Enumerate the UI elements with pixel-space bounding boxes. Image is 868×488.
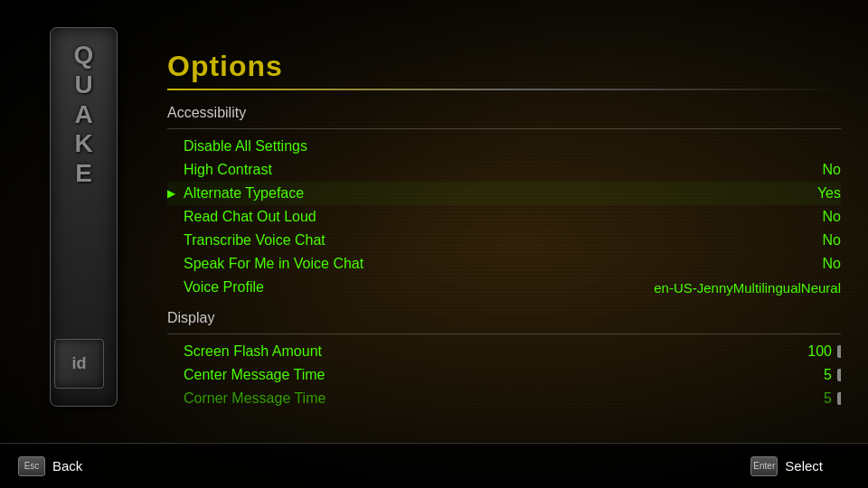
- transcribe-voice-label: Transcribe Voice Chat: [184, 232, 769, 249]
- logo-letter-k: K: [74, 130, 92, 158]
- corner-message-label: Corner Message Time: [184, 390, 800, 407]
- corner-message-value: 5: [800, 390, 832, 407]
- alternate-typeface-label: Alternate Typeface: [184, 185, 769, 202]
- menu-content: Accessibility Disable All Settings High …: [167, 101, 841, 431]
- enter-key-badge: Enter: [750, 456, 778, 476]
- menu-item-alternate-typeface[interactable]: ▶ Alternate Typeface Yes ▌: [167, 182, 841, 205]
- center-message-slider-row: 5: [800, 367, 841, 383]
- screen-flash-label: Screen Flash Amount: [184, 343, 800, 360]
- menu-item-screen-flash[interactable]: Screen Flash Amount 100: [167, 340, 841, 363]
- enter-key-label: Enter: [753, 461, 775, 471]
- bottom-bar: Esc Back Enter Select: [0, 443, 868, 488]
- screen-flash-slider-row: 100: [800, 343, 841, 360]
- logo-letter-e: E: [75, 160, 92, 188]
- page-title: Options: [167, 50, 841, 83]
- menu-item-voice-profile[interactable]: Voice Profile en-US-JennyMultilingualNeu…: [167, 276, 841, 299]
- section-header-display: Display: [167, 306, 841, 330]
- menu-item-high-contrast[interactable]: High Contrast No: [167, 158, 841, 182]
- speak-for-me-label: Speak For Me in Voice Chat: [184, 256, 769, 272]
- logo-letter-u: U: [74, 71, 92, 99]
- section-divider-display: [167, 333, 841, 334]
- high-contrast-value: No: [769, 162, 841, 178]
- disable-all-label: Disable All Settings: [184, 138, 841, 155]
- section-header-accessibility: Accessibility: [167, 101, 841, 125]
- transcribe-voice-value: No: [769, 232, 841, 249]
- speak-for-me-value: No: [769, 256, 841, 272]
- center-message-label: Center Message Time: [184, 367, 800, 383]
- corner-message-handle: [837, 392, 841, 405]
- back-action[interactable]: Esc Back: [18, 456, 82, 476]
- read-chat-value: No: [769, 209, 841, 225]
- menu-item-center-message[interactable]: Center Message Time 5: [167, 363, 841, 387]
- voice-profile-value: en-US-JennyMultilingualNeural: [654, 280, 841, 296]
- section-divider-accessibility: [167, 128, 841, 129]
- corner-message-slider-row: 5: [800, 390, 841, 407]
- select-action[interactable]: Enter Select: [750, 456, 823, 476]
- title-divider: [167, 89, 841, 90]
- id-badge: id: [54, 339, 104, 389]
- logo-letter-q: Q: [74, 42, 94, 70]
- menu-item-speak-for-me[interactable]: Speak For Me in Voice Chat No: [167, 252, 841, 276]
- screen-flash-handle: [837, 345, 841, 358]
- screen-flash-value: 100: [800, 343, 832, 360]
- alternate-typeface-value: Yes: [769, 185, 841, 202]
- esc-key-label: Esc: [24, 461, 40, 471]
- menu-item-corner-message[interactable]: Corner Message Time 5: [167, 387, 841, 410]
- high-contrast-label: High Contrast: [184, 162, 769, 178]
- esc-key-badge: Esc: [18, 456, 45, 476]
- select-label: Select: [785, 458, 823, 474]
- sidebar: Q U A K E 2 id: [0, 0, 167, 434]
- read-chat-label: Read Chat Out Loud: [184, 209, 769, 225]
- center-message-handle: [837, 369, 841, 381]
- quake-letters: Q U A K E: [74, 42, 94, 188]
- options-panel: Options Accessibility Disable All Settin…: [167, 50, 841, 434]
- menu-item-transcribe-voice[interactable]: Transcribe Voice Chat No: [167, 229, 841, 252]
- voice-profile-label: Voice Profile: [184, 279, 654, 296]
- back-label: Back: [52, 458, 82, 474]
- menu-item-disable-all[interactable]: Disable All Settings: [167, 135, 841, 158]
- center-message-value: 5: [800, 367, 832, 383]
- logo-letter-a: A: [74, 101, 92, 129]
- menu-item-read-chat[interactable]: Read Chat Out Loud No: [167, 205, 841, 229]
- arrow-icon-alternate-typeface: ▶: [167, 187, 180, 200]
